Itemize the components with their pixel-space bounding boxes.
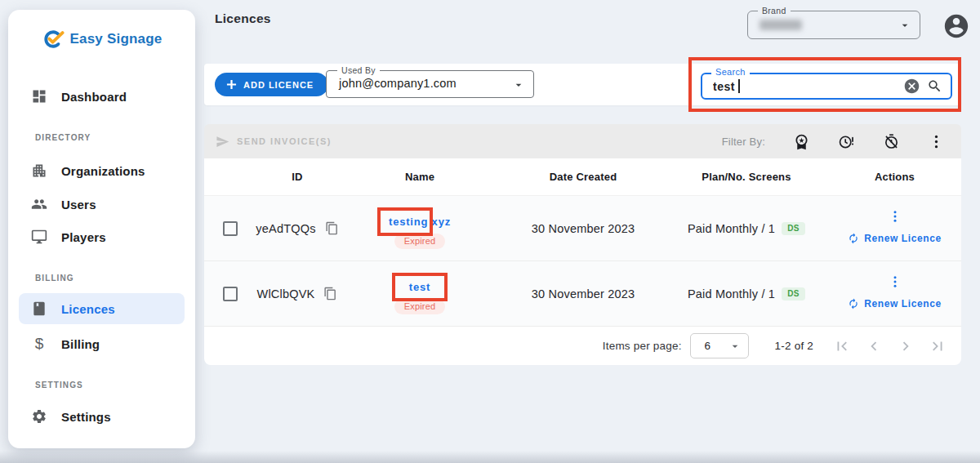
brand-select-value-redacted — [760, 20, 802, 30]
table-row: yeAdTQQs testing xyz Expired 30 November… — [204, 196, 961, 261]
search-field: Search — [701, 73, 952, 100]
chevron-down-icon — [898, 19, 911, 32]
kebab-menu-icon — [928, 133, 945, 150]
row-checkbox[interactable] — [223, 221, 238, 236]
licences-table: ID Name Date Created Plan/No. Screens Ac… — [204, 158, 961, 365]
bulk-actions-bar: SEND INVOICE(S) Filter By: — [204, 124, 961, 158]
send-icon — [216, 135, 229, 149]
brand-select[interactable]: Brand — [747, 11, 920, 39]
sidebar-section-directory: DIRECTORY — [35, 133, 91, 142]
search-submit-button[interactable] — [927, 78, 942, 94]
sidebar-item-users[interactable]: Users — [31, 194, 96, 214]
column-header-id: ID — [256, 158, 338, 195]
send-invoices-button[interactable]: SEND INVOICE(S) — [216, 135, 332, 149]
sidebar-section-billing: BILLING — [35, 274, 74, 283]
renew-licence-link[interactable]: Renew Licence — [848, 298, 942, 309]
renew-icon — [848, 233, 859, 244]
copy-id-button[interactable] — [325, 221, 339, 235]
first-page-button[interactable] — [833, 337, 851, 355]
renew-icon — [848, 298, 859, 309]
row-actions-menu-button[interactable] — [888, 274, 902, 289]
account-circle-icon — [942, 12, 970, 40]
timer-off-icon — [883, 133, 900, 150]
dollar-icon: $ — [31, 336, 47, 352]
more-options-button[interactable] — [928, 133, 945, 150]
sidebar-item-label: Organizations — [61, 164, 145, 178]
clear-search-button[interactable] — [903, 78, 920, 95]
table-footer: Items per page: 6 1-2 of 2 — [204, 327, 961, 365]
search-input[interactable] — [702, 74, 890, 98]
renew-licence-link[interactable]: Renew Licence — [848, 233, 942, 244]
filter-group: Filter By: — [722, 133, 945, 150]
copy-id-button[interactable] — [323, 287, 337, 301]
used-by-select[interactable]: Used By john@company1.com — [326, 70, 534, 98]
clock-alert-icon — [838, 133, 855, 150]
last-page-icon — [929, 337, 947, 355]
table-header-row: ID Name Date Created Plan/No. Screens Ac… — [204, 158, 961, 196]
sidebar-section-settings: SETTINGS — [35, 381, 83, 390]
logo-icon — [42, 29, 65, 49]
pagination-range: 1-2 of 2 — [775, 340, 813, 352]
brand-select-label: Brand — [758, 6, 791, 16]
sidebar-item-billing[interactable]: $ Billing — [31, 334, 100, 354]
sidebar-item-dashboard[interactable]: Dashboard — [31, 87, 127, 106]
sidebar-item-label: Licences — [61, 302, 115, 316]
licence-id: WlClbQVK — [257, 287, 315, 301]
search-icon — [927, 78, 942, 94]
filter-licence-type-button[interactable] — [793, 133, 810, 150]
organizations-icon — [31, 162, 47, 179]
sidebar: Easy Signage Dashboard DIRECTORY Organiz… — [8, 10, 195, 448]
chevron-down-icon — [512, 78, 525, 91]
licence-id: yeAdTQQs — [256, 222, 315, 235]
sidebar-item-label: Billing — [61, 337, 100, 351]
page-title: Licences — [215, 11, 271, 26]
items-per-page-select[interactable]: 6 — [690, 333, 749, 358]
last-page-button[interactable] — [929, 337, 947, 355]
next-page-button[interactable] — [897, 337, 915, 355]
date-created-cell: 30 November 2023 — [501, 196, 665, 260]
plan-text: Paid Monthly / 1 — [688, 287, 775, 301]
kebab-menu-icon — [888, 209, 902, 224]
licence-name-link[interactable]: testing xyz — [389, 216, 451, 228]
filter-expiring-button[interactable] — [838, 133, 855, 150]
sidebar-item-organizations[interactable]: Organizations — [31, 161, 145, 180]
table-row: WlClbQVK test Expired 30 November 2023 P… — [204, 261, 961, 327]
clear-circle-icon — [903, 78, 920, 95]
column-header-actions: Actions — [828, 158, 961, 195]
premium-badge-icon — [793, 133, 810, 150]
sidebar-item-label: Users — [61, 198, 96, 211]
chevron-right-icon — [897, 337, 915, 355]
sidebar-item-licences[interactable]: Licences — [19, 293, 185, 324]
copy-icon — [323, 287, 337, 301]
previous-page-button[interactable] — [865, 337, 883, 355]
plus-icon — [226, 79, 237, 90]
items-per-page-value: 6 — [705, 340, 711, 352]
row-actions-menu-button[interactable] — [888, 209, 902, 224]
plan-tag-badge: DS — [782, 287, 805, 301]
first-page-icon — [833, 337, 851, 355]
sidebar-item-settings[interactable]: Settings — [31, 407, 111, 426]
filter-expired-button[interactable] — [883, 133, 900, 150]
add-licence-button[interactable]: ADD LICENCE — [215, 73, 328, 96]
column-header-name: Name — [338, 158, 501, 195]
items-per-page-label: Items per page: — [603, 340, 682, 352]
select-all-column — [204, 158, 256, 195]
account-avatar-button[interactable] — [942, 12, 970, 40]
plan-text: Paid Monthly / 1 — [688, 222, 775, 235]
row-checkbox[interactable] — [223, 287, 238, 301]
text-cursor — [738, 79, 740, 93]
sidebar-item-label: Players — [61, 230, 106, 244]
gear-icon — [31, 408, 47, 425]
sidebar-item-label: Settings — [61, 410, 111, 424]
licence-name-link[interactable]: test — [409, 281, 430, 293]
column-header-plan: Plan/No. Screens — [665, 158, 828, 195]
licences-icon — [31, 301, 47, 317]
logo: Easy Signage — [8, 29, 195, 49]
status-badge: Expired — [394, 234, 446, 249]
sidebar-item-players[interactable]: Players — [31, 227, 106, 247]
chevron-down-icon — [728, 340, 742, 353]
used-by-value: john@company1.com — [339, 77, 457, 90]
sidebar-item-label: Dashboard — [61, 90, 127, 104]
players-icon — [31, 229, 47, 245]
date-created-cell: 30 November 2023 — [501, 261, 665, 326]
